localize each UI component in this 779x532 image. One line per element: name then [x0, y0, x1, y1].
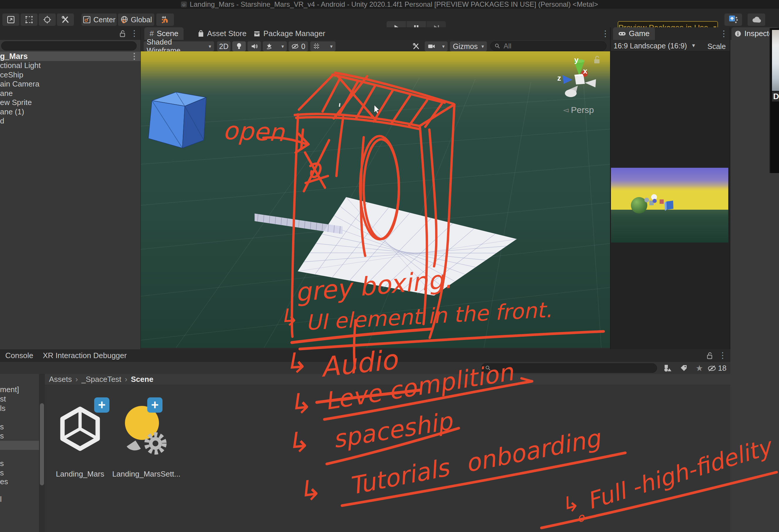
breadcrumb-root[interactable]: Assets: [49, 375, 72, 384]
asset-label[interactable]: Landing_MarsSett...: [98, 470, 195, 479]
hierarchy-search[interactable]: [1, 41, 137, 50]
custom-tools-button[interactable]: [57, 13, 74, 26]
cloud-icon: [752, 16, 762, 23]
folder-item[interactable]: s: [0, 422, 39, 431]
folder-item[interactable]: l: [0, 495, 39, 504]
transform-tool-icon: [43, 15, 52, 24]
tab-package-manager[interactable]: Package Manager: [248, 27, 331, 40]
scene-search[interactable]: [490, 41, 607, 51]
hierarchy-item[interactable]: ain Camera: [0, 79, 140, 89]
filter-by-type-icon[interactable]: [663, 364, 672, 372]
pivot-label: Center: [93, 15, 115, 24]
orientation-toggle-button[interactable]: Global: [118, 13, 154, 26]
arrow-glyph: ↳: [284, 425, 311, 460]
hierarchy-scene-row[interactable]: g_Mars ⋮: [0, 52, 140, 61]
shopping-bag-icon: [198, 30, 204, 38]
scene-panel-kebab[interactable]: ⋮: [601, 29, 609, 38]
chevron-down-icon: ▼: [691, 43, 696, 49]
hierarchy-item[interactable]: ane (1): [0, 107, 140, 117]
scene-camera-dropdown[interactable]: ▾: [425, 41, 447, 51]
scene-effects-dropdown[interactable]: ▾: [263, 41, 287, 51]
tab-console[interactable]: Console: [0, 349, 39, 362]
unity-editor-window: ◇ Landing_Mars - Starshine_Mars_VR_v4 - …: [0, 0, 779, 532]
lock-open-icon[interactable]: [706, 352, 713, 360]
hierarchy-item[interactable]: ceShip: [0, 70, 140, 80]
axis-z-label[interactable]: z: [557, 74, 561, 83]
axis-y-label[interactable]: y: [574, 55, 579, 64]
view-tool-button[interactable]: [2, 13, 19, 26]
gizmos-dropdown[interactable]: Gizmos ▾: [450, 41, 487, 51]
hierarchy-item[interactable]: ew Sprite: [0, 98, 140, 107]
scene-grid-dropdown[interactable]: ▾: [310, 41, 336, 51]
scene-lighting-button[interactable]: [232, 41, 246, 51]
asset-landing-mars[interactable]: [58, 405, 102, 459]
scene-row-kebab[interactable]: ⋮: [130, 52, 138, 60]
scene-audio-button[interactable]: [247, 41, 261, 51]
chevron-down-icon: ▾: [442, 43, 444, 50]
favorites-star-icon[interactable]: ★: [696, 363, 703, 373]
chevron-down-icon: ▾: [281, 43, 284, 50]
orientation-label: Global: [131, 15, 152, 24]
filter-by-label-icon[interactable]: [680, 364, 687, 372]
hidden-objects-button[interactable]: 0: [289, 41, 308, 51]
tab-game[interactable]: Game: [613, 27, 655, 40]
folder-item[interactable]: s: [0, 431, 39, 440]
hierarchy-header: ⋮: [0, 27, 140, 40]
hidden-packages-count[interactable]: 18: [707, 364, 726, 373]
hierarchy-item[interactable]: ane: [0, 89, 140, 98]
floating-overlay-window[interactable]: D: [770, 28, 779, 173]
folder-item[interactable]: ls: [0, 404, 39, 413]
cloud-button[interactable]: [747, 13, 765, 26]
transform-tool-button[interactable]: [39, 13, 56, 26]
draw-mode-dropdown[interactable]: Shaded Wireframe ▾: [144, 41, 214, 51]
unity-app-icon: ◇: [181, 1, 187, 7]
chevron-down-icon: ▾: [481, 43, 484, 50]
project-menu-kebab[interactable]: ⋮: [719, 351, 727, 360]
grid-snap-button[interactable]: [156, 13, 174, 26]
project-scrollbar[interactable]: [39, 374, 45, 532]
cursor-arrow: [339, 103, 379, 114]
tab-xr-interaction-debugger[interactable]: XR Interaction Debugger: [38, 349, 132, 362]
scale-label: Scale: [707, 42, 726, 51]
speaker-icon: [251, 43, 258, 50]
game-panel-kebab[interactable]: ⋮: [720, 29, 728, 38]
folder-item[interactable]: ment]: [0, 385, 39, 394]
asset-landing-mars-settings[interactable]: [121, 402, 171, 461]
scene-tools-button[interactable]: [410, 41, 423, 51]
wrench-hammer-icon: [61, 15, 70, 24]
toggle-2d-button[interactable]: 2D: [217, 41, 231, 51]
hierarchy-item[interactable]: ctional Light: [0, 61, 140, 70]
chevron-left-icon: ◅: [563, 106, 568, 114]
hierarchy-search-input[interactable]: [6, 42, 132, 50]
asset-add-badge: +: [94, 397, 109, 413]
game-viewport[interactable]: [611, 168, 728, 243]
scene-tabbar: # Scene Asset Store Package Manager ⋮: [141, 27, 610, 40]
scene-search-input[interactable]: [503, 42, 602, 50]
chevron-down-icon: ▾: [330, 43, 333, 50]
folder-item[interactable]: st: [0, 395, 39, 404]
breadcrumb-current[interactable]: Scene: [131, 375, 154, 384]
breadcrumb-folder[interactable]: _SpaceTest: [81, 375, 121, 384]
game-toolbar: 16:9 Landscape (16:9) ▼ Scale: [611, 40, 730, 51]
annotation-open: open: [223, 116, 285, 147]
breadcrumb-separator: ›: [125, 375, 128, 384]
folder-item-selected[interactable]: [0, 441, 39, 450]
hierarchy-item[interactable]: d: [0, 116, 140, 126]
rect-tool-button[interactable]: [20, 13, 38, 26]
project-folder-column: ment] st ls s s s s es l: [0, 374, 39, 532]
folder-item[interactable]: s: [0, 459, 39, 468]
eye-slash-icon: [291, 43, 299, 50]
pivot-toggle-button[interactable]: Center: [81, 13, 117, 26]
projection-toggle[interactable]: ◅ Persp: [563, 105, 594, 115]
hierarchy-menu-kebab[interactable]: ⋮: [130, 29, 138, 38]
titlebar: ◇ Landing_Mars - Starshine_Mars_VR_v4 - …: [0, 0, 779, 9]
collab-button[interactable]: [724, 13, 742, 26]
arrow-glyph: ↳: [282, 346, 308, 380]
scene-toolbar: Shaded Wireframe ▾ 2D ▾: [141, 40, 610, 51]
project-search-input[interactable]: [494, 364, 653, 372]
axis-x-label[interactable]: x: [583, 67, 587, 76]
pivot-icon: [83, 15, 91, 24]
lock-open-icon[interactable]: [119, 30, 126, 38]
aspect-dropdown[interactable]: 16:9 Landscape (16:9) ▼: [613, 41, 696, 50]
search-icon: [495, 43, 500, 49]
